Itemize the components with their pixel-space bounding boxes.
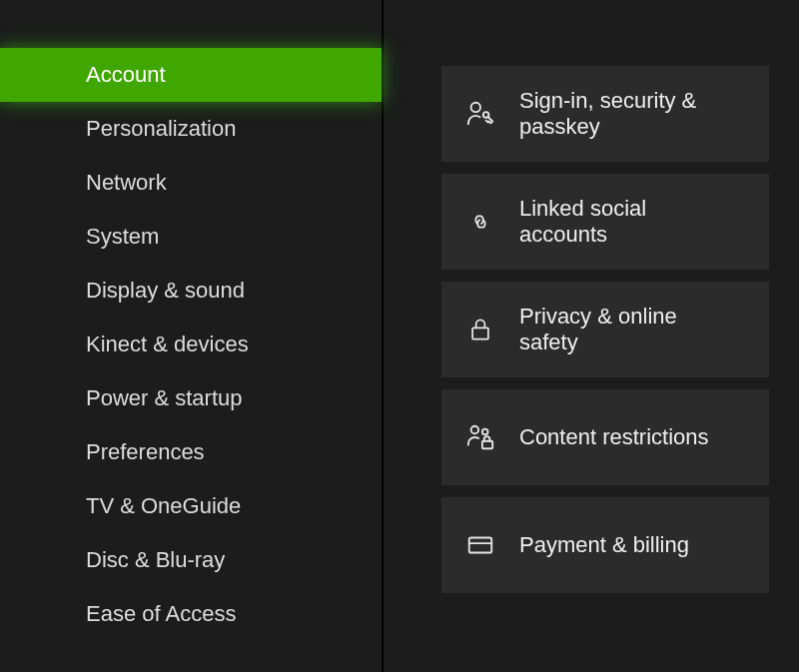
sidebar-item-tv-oneguide[interactable]: TV & OneGuide [0, 479, 382, 533]
sidebar-item-label: Personalization [86, 116, 236, 142]
tile-payment-billing[interactable]: Payment & billing [441, 497, 769, 593]
sidebar-item-label: Account [86, 62, 166, 88]
sidebar-item-power-startup[interactable]: Power & startup [0, 371, 382, 425]
lock-icon [463, 313, 497, 346]
sidebar-item-ease-of-access[interactable]: Ease of Access [0, 587, 382, 641]
tile-label: Sign-in, security & passkey [519, 88, 719, 141]
sidebar-item-label: System [86, 224, 159, 250]
sidebar-item-label: TV & OneGuide [86, 493, 241, 519]
sidebar-item-label: Ease of Access [86, 601, 236, 627]
sidebar-item-label: Network [86, 170, 167, 196]
tile-label: Content restrictions [519, 424, 709, 450]
sidebar-item-label: Preferences [86, 439, 205, 465]
tile-label: Privacy & online safety [519, 304, 719, 356]
sidebar-item-system[interactable]: System [0, 210, 382, 264]
people-lock-icon [463, 420, 497, 454]
tile-content-restrictions[interactable]: Content restrictions [441, 389, 769, 485]
person-key-icon [463, 97, 497, 131]
sidebar-item-kinect-devices[interactable]: Kinect & devices [0, 318, 382, 371]
tile-linked-social[interactable]: Linked social accounts [441, 174, 769, 270]
link-icon [463, 205, 497, 239]
svg-rect-5 [482, 441, 492, 449]
tile-label: Payment & billing [519, 532, 689, 558]
sidebar-item-network[interactable]: Network [0, 156, 382, 210]
svg-rect-2 [472, 328, 488, 338]
svg-rect-6 [469, 538, 492, 553]
sidebar-item-preferences[interactable]: Preferences [0, 425, 382, 479]
sidebar-item-label: Disc & Blu-ray [86, 547, 225, 573]
sidebar-item-disc-bluray[interactable]: Disc & Blu-ray [0, 533, 382, 587]
tile-label: Linked social accounts [519, 196, 719, 249]
tile-privacy-safety[interactable]: Privacy & online safety [441, 282, 769, 377]
sidebar-item-display-sound[interactable]: Display & sound [0, 264, 382, 318]
svg-point-0 [471, 103, 480, 112]
svg-point-3 [471, 426, 479, 434]
sidebar-list: Account Personalization Network System D… [0, 0, 382, 641]
tile-sign-in-security[interactable]: Sign-in, security & passkey [441, 66, 769, 162]
settings-content: Sign-in, security & passkey Linked socia… [382, 0, 799, 672]
sidebar-item-personalization[interactable]: Personalization [0, 102, 382, 156]
vertical-divider [382, 0, 384, 672]
sidebar-item-label: Kinect & devices [86, 332, 249, 357]
sidebar-item-label: Display & sound [86, 278, 245, 304]
card-icon [463, 528, 497, 562]
settings-sidebar: Account Personalization Network System D… [0, 0, 382, 672]
sidebar-item-label: Power & startup [86, 385, 243, 411]
sidebar-item-account[interactable]: Account [0, 48, 382, 102]
svg-point-4 [482, 429, 488, 435]
